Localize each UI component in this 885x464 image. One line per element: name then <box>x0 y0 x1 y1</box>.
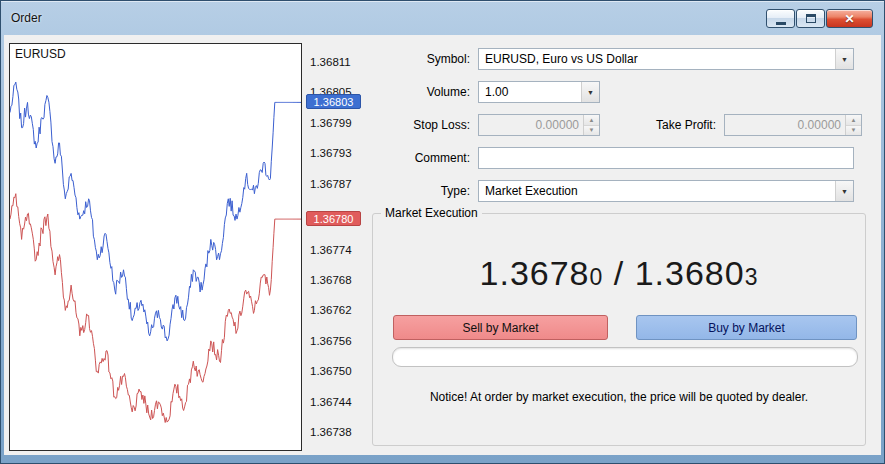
type-select[interactable]: Market Execution ▼ <box>478 180 854 202</box>
volume-row: Volume: 1.00 ▼ <box>366 81 862 103</box>
volume-select[interactable]: 1.00 ▼ <box>478 81 600 103</box>
symbol-label: Symbol: <box>366 52 478 66</box>
axis-price-label: 1.36811 <box>310 56 351 68</box>
spin-up-icon[interactable]: ▲ <box>584 115 599 126</box>
buy-by-market-button[interactable]: Buy by Market <box>636 315 857 340</box>
axis-price-label: 1.36738 <box>310 426 352 438</box>
order-dialog: Order ✕ EURUSD 1.368111.368051.367991.36… <box>0 0 885 464</box>
chevron-down-icon[interactable]: ▼ <box>581 82 599 102</box>
order-form: Symbol: EURUSD, Euro vs US Dollar ▼ Volu… <box>366 48 862 213</box>
spinner-buttons: ▲ ▼ <box>845 115 861 135</box>
take-profit-value: 0.00000 <box>725 118 845 132</box>
title-bar[interactable]: Order ✕ <box>1 1 884 35</box>
comment-input[interactable] <box>478 147 854 169</box>
axis-price-label: 1.36774 <box>310 244 352 256</box>
notice-text: Notice! At order by market execution, th… <box>373 390 865 404</box>
close-button[interactable]: ✕ <box>826 9 873 28</box>
ask-price-badge: 1.36803 <box>306 94 361 109</box>
tick-chart[interactable]: EURUSD <box>9 43 302 451</box>
ask-price-small-digit: 3 <box>745 264 759 290</box>
caption-buttons: ✕ <box>766 9 873 28</box>
chevron-down-icon[interactable]: ▼ <box>835 181 853 201</box>
stop-loss-label: Stop Loss: <box>366 118 478 132</box>
close-icon: ✕ <box>844 13 854 25</box>
axis-price-label: 1.36750 <box>310 365 352 377</box>
quote-separator: / <box>603 254 634 292</box>
axis-price-label: 1.36768 <box>310 274 352 286</box>
comment-row: Comment: <box>366 147 862 169</box>
spin-down-icon[interactable]: ▼ <box>846 126 861 136</box>
spin-up-icon[interactable]: ▲ <box>846 115 861 126</box>
quote-display: 1.36780 / 1.36803 <box>373 254 865 293</box>
tick-chart-svg <box>10 44 301 450</box>
take-profit-stepper[interactable]: 0.00000 ▲ ▼ <box>724 114 862 136</box>
axis-price-label: 1.36756 <box>310 335 352 347</box>
axis-price-label: 1.36799 <box>310 117 352 129</box>
take-profit-label: Take Profit: <box>656 118 724 132</box>
symbol-value: EURUSD, Euro vs US Dollar <box>479 52 835 66</box>
ask-price-main: 1.3680 <box>635 254 745 292</box>
chevron-down-icon[interactable]: ▼ <box>835 49 853 69</box>
bid-price-main: 1.3678 <box>480 254 590 292</box>
bid-line <box>10 194 301 423</box>
minimize-icon <box>776 22 786 25</box>
dialog-content: EURUSD 1.368111.368051.367991.367931.367… <box>4 35 881 455</box>
volume-label: Volume: <box>366 85 478 99</box>
type-value: Market Execution <box>479 184 835 198</box>
stop-loss-value: 0.00000 <box>479 118 583 132</box>
execution-progress-bar <box>392 347 858 367</box>
axis-price-label: 1.36744 <box>310 396 352 408</box>
comment-label: Comment: <box>366 151 478 165</box>
chart-symbol-label: EURUSD <box>15 47 66 61</box>
type-label: Type: <box>366 184 478 198</box>
spinner-buttons: ▲ ▼ <box>583 115 599 135</box>
price-axis: 1.368111.368051.367991.367931.367871.367… <box>306 44 363 450</box>
maximize-icon <box>806 14 816 23</box>
market-execution-group: Market Execution 1.36780 / 1.36803 Sell … <box>372 213 866 446</box>
tick-chart-area: EURUSD 1.368111.368051.367991.367931.367… <box>9 43 363 455</box>
sell-by-market-button[interactable]: Sell by Market <box>393 315 608 340</box>
symbol-row: Symbol: EURUSD, Euro vs US Dollar ▼ <box>366 48 862 70</box>
axis-price-label: 1.36787 <box>310 178 352 190</box>
symbol-select[interactable]: EURUSD, Euro vs US Dollar ▼ <box>478 48 854 70</box>
axis-price-label: 1.36793 <box>310 147 352 159</box>
bid-price-badge: 1.36780 <box>306 211 361 226</box>
minimize-button[interactable] <box>766 9 795 28</box>
window-title: Order <box>11 11 42 25</box>
bid-price-small-digit: 0 <box>590 264 604 290</box>
stops-row: Stop Loss: 0.00000 ▲ ▼ Take Profit: 0.00… <box>366 114 862 136</box>
group-title: Market Execution <box>381 206 482 220</box>
axis-price-label: 1.36762 <box>310 304 352 316</box>
stop-loss-stepper[interactable]: 0.00000 ▲ ▼ <box>478 114 600 136</box>
volume-value: 1.00 <box>479 85 581 99</box>
maximize-button[interactable] <box>796 9 825 28</box>
spin-down-icon[interactable]: ▼ <box>584 126 599 136</box>
type-row: Type: Market Execution ▼ <box>366 180 862 202</box>
